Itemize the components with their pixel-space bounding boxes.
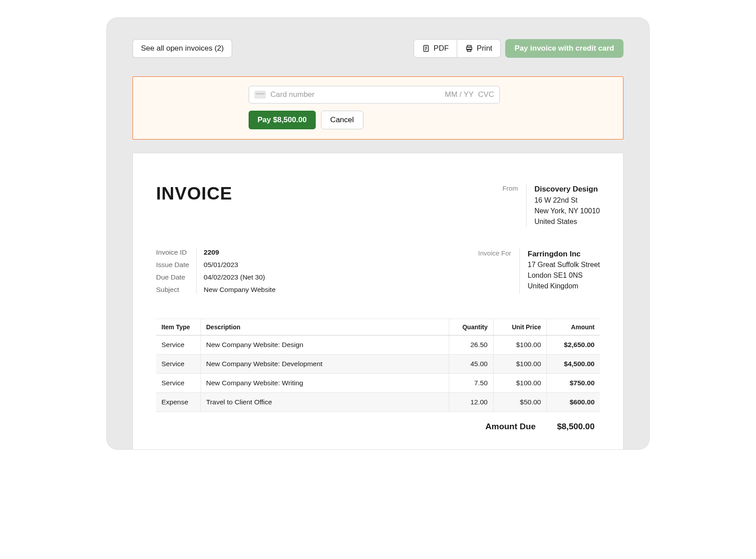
col-type: Item Type — [156, 319, 201, 335]
see-open-invoices-label: See all open invoices (2) — [141, 44, 224, 53]
col-quantity: Quantity — [449, 319, 493, 335]
from-name: Discovery Design — [535, 184, 600, 195]
cell-amount: $2,650.00 — [547, 335, 600, 354]
amount-due-label: Amount Due — [486, 422, 536, 431]
print-label: Print — [477, 44, 492, 53]
meta-due-label: Due Date — [156, 273, 189, 281]
totals-row: Amount Due $8,500.00 — [156, 422, 600, 431]
table-row: ExpenseTravel to Client Office12.00$50.0… — [156, 392, 600, 411]
meta-issue-value: 05/01/2023 — [204, 261, 276, 269]
line-items-table: Item Type Description Quantity Unit Pric… — [156, 319, 600, 412]
card-number-placeholder: Card number — [270, 90, 314, 99]
table-header-row: Item Type Description Quantity Unit Pric… — [156, 319, 600, 335]
from-line2: New York, NY 10010 — [535, 206, 600, 216]
pay-with-cc-label: Pay invoice with credit card — [515, 44, 614, 52]
cell-unit-price: $50.00 — [493, 392, 547, 411]
for-line3: United Kingdom — [528, 281, 600, 291]
col-unit-price: Unit Price — [493, 319, 547, 335]
pdf-button[interactable]: PDF — [414, 39, 457, 58]
pdf-label: PDF — [434, 44, 449, 53]
for-line2: London SE1 0NS — [528, 270, 600, 281]
pay-button[interactable]: Pay $8,500.00 — [249, 111, 316, 129]
meta-id-value: 2209 — [204, 248, 276, 256]
cell-unit-price: $100.00 — [493, 335, 547, 354]
cell-unit-price: $100.00 — [493, 373, 547, 392]
invoice-meta: Invoice ID Issue Date Due Date Subject 2… — [156, 248, 276, 294]
from-block: From Discovery Design 16 W 22nd St New Y… — [478, 184, 600, 227]
card-input-group[interactable]: Card number MM / YY CVC — [249, 86, 500, 104]
meta-issue-label: Issue Date — [156, 261, 189, 269]
divider — [526, 184, 527, 227]
from-line3: United States — [535, 216, 600, 227]
toolbar-right: PDF Print Pay invoice with credit card — [414, 39, 623, 58]
cell-amount: $750.00 — [547, 373, 600, 392]
cell-quantity: 45.00 — [449, 354, 493, 373]
for-line1: 17 Great Suffolk Street — [528, 260, 600, 270]
document-icon — [422, 44, 430, 52]
cancel-button-label: Cancel — [330, 116, 354, 124]
invoice-title: INVOICE — [156, 184, 232, 227]
meta-subject-value: New Company Website — [204, 286, 276, 294]
meta-due-value: 04/02/2023 (Net 30) — [204, 273, 276, 281]
col-description: Description — [201, 319, 449, 335]
cancel-button[interactable]: Cancel — [321, 111, 363, 129]
print-button[interactable]: Print — [457, 39, 501, 58]
amount-due-value: $8,500.00 — [557, 422, 595, 431]
cell-description: New Company Website: Development — [201, 354, 449, 373]
invoice-document: INVOICE From Discovery Design 16 W 22nd … — [133, 153, 623, 449]
cell-type: Service — [156, 335, 201, 354]
from-label: From — [478, 184, 518, 192]
table-row: ServiceNew Company Website: Design26.50$… — [156, 335, 600, 354]
invoice-header: INVOICE From Discovery Design 16 W 22nd … — [156, 184, 600, 227]
divider — [519, 248, 520, 294]
meta-labels: Invoice ID Issue Date Due Date Subject — [156, 248, 197, 294]
pay-actions: Pay $8,500.00 Cancel — [249, 111, 363, 129]
for-body: Farringdon Inc 17 Great Suffolk Street L… — [528, 248, 600, 292]
cell-type: Service — [156, 373, 201, 392]
cell-description: New Company Website: Design — [201, 335, 449, 354]
cell-quantity: 7.50 — [449, 373, 493, 392]
from-line1: 16 W 22nd St — [535, 195, 600, 206]
table-row: ServiceNew Company Website: Writing7.50$… — [156, 373, 600, 392]
cell-quantity: 12.00 — [449, 392, 493, 411]
cell-amount: $600.00 — [547, 392, 600, 411]
for-name: Farringdon Inc — [528, 248, 600, 260]
invoice-meta-row: Invoice ID Issue Date Due Date Subject 2… — [156, 248, 600, 294]
col-amount: Amount — [547, 319, 600, 335]
for-label: Invoice For — [471, 248, 511, 257]
see-open-invoices-button[interactable]: See all open invoices (2) — [133, 39, 232, 58]
pay-button-label: Pay $8,500.00 — [257, 116, 307, 124]
cell-description: New Company Website: Writing — [201, 373, 449, 392]
meta-values: 2209 05/01/2023 04/02/2023 (Net 30) New … — [197, 248, 276, 294]
payment-panel: Card number MM / YY CVC Pay $8,500.00 Ca… — [133, 76, 623, 140]
card-cvc-placeholder: CVC — [478, 90, 494, 99]
from-body: Discovery Design 16 W 22nd St New York, … — [535, 184, 600, 227]
cell-unit-price: $100.00 — [493, 354, 547, 373]
cell-description: Travel to Client Office — [201, 392, 449, 411]
toolbar: See all open invoices (2) PDF Print Pay … — [133, 39, 623, 58]
invoice-app-frame: See all open invoices (2) PDF Print Pay … — [107, 18, 649, 449]
meta-subject-label: Subject — [156, 286, 189, 294]
table-row: ServiceNew Company Website: Development4… — [156, 354, 600, 373]
credit-card-icon — [254, 91, 266, 99]
cell-type: Service — [156, 354, 201, 373]
cell-type: Expense — [156, 392, 201, 411]
cell-quantity: 26.50 — [449, 335, 493, 354]
for-block: Invoice For Farringdon Inc 17 Great Suff… — [471, 248, 600, 294]
printer-icon — [465, 44, 473, 52]
meta-id-label: Invoice ID — [156, 248, 189, 256]
cell-amount: $4,500.00 — [547, 354, 600, 373]
export-button-group: PDF Print — [414, 39, 501, 58]
card-expiry-placeholder: MM / YY — [445, 90, 474, 99]
pay-with-cc-button[interactable]: Pay invoice with credit card — [505, 39, 623, 58]
